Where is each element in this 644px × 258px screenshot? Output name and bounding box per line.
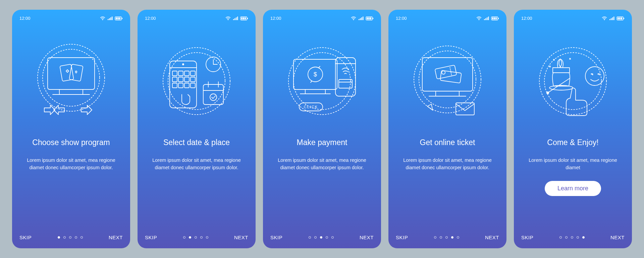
next-button[interactable]: NEXT (109, 235, 123, 240)
dot-5[interactable] (582, 236, 585, 239)
dot-2[interactable] (440, 236, 442, 239)
skip-button[interactable]: SKIP (145, 235, 157, 240)
svg-point-18 (228, 19, 228, 20)
page-dots (559, 236, 585, 239)
svg-rect-33 (172, 71, 177, 76)
dot-4[interactable] (75, 236, 77, 239)
svg-rect-54 (359, 19, 360, 20)
onboarding-screen-4: 12:00 Get online ticket Lorem ipsum dolo… (388, 10, 506, 248)
dot-4[interactable] (326, 236, 328, 239)
illustration-come-enjoy (521, 38, 625, 131)
svg-rect-40 (191, 77, 195, 82)
svg-rect-102 (613, 16, 614, 20)
svg-rect-107 (621, 17, 622, 19)
svg-rect-78 (484, 19, 485, 20)
footer-nav: SKIP NEXT (396, 235, 499, 240)
dot-3[interactable] (195, 236, 197, 239)
screen-title: Choose show program (19, 138, 123, 147)
svg-rect-55 (360, 18, 361, 20)
screen-body: Lorem ipsum dolor sit amet, mea regione … (521, 156, 625, 172)
skip-button[interactable]: SKIP (19, 235, 32, 240)
svg-point-52 (210, 94, 217, 101)
svg-point-77 (479, 19, 479, 20)
svg-rect-19 (233, 19, 234, 20)
screen-title: Come & Enjoy! (521, 138, 625, 147)
svg-rect-24 (247, 18, 248, 19)
status-icons (100, 16, 123, 20)
dot-2[interactable] (189, 236, 191, 239)
dot-3[interactable] (69, 236, 71, 239)
dot-1[interactable] (309, 236, 311, 239)
svg-rect-61 (368, 17, 370, 19)
screen-body: Lorem ipsum dolor sit amet, mea regione … (19, 156, 123, 172)
onboarding-screen-1: 12:00 Choose show program Lorem ipsum do… (12, 10, 130, 248)
illustration-make-payment: $ CLICK (270, 38, 374, 131)
skip-button[interactable]: SKIP (270, 235, 282, 240)
svg-point-98 (604, 19, 605, 20)
svg-text:$: $ (314, 71, 317, 78)
svg-rect-86 (495, 17, 497, 19)
screen-title: Get online ticket (396, 138, 499, 147)
dot-1[interactable] (58, 236, 60, 239)
dot-5[interactable] (331, 236, 334, 239)
svg-rect-60 (367, 17, 368, 19)
status-icons (476, 16, 499, 20)
status-bar: 12:00 (396, 16, 499, 21)
svg-rect-89 (422, 58, 473, 91)
skip-button[interactable]: SKIP (396, 235, 408, 240)
signal-icon (233, 16, 238, 20)
svg-rect-56 (361, 17, 362, 20)
next-button[interactable]: NEXT (360, 235, 374, 240)
svg-rect-12 (48, 58, 95, 89)
dot-5[interactable] (206, 236, 208, 239)
svg-rect-106 (619, 17, 621, 19)
wifi-icon (100, 16, 105, 20)
dot-2[interactable] (565, 236, 568, 239)
status-time: 12:00 (19, 16, 31, 21)
svg-point-0 (102, 19, 103, 20)
status-bar: 12:00 (145, 16, 248, 21)
dot-4[interactable] (200, 236, 203, 239)
dot-5[interactable] (457, 236, 459, 239)
dot-3[interactable] (571, 236, 573, 239)
battery-icon (616, 16, 625, 20)
next-button[interactable]: NEXT (485, 235, 499, 240)
dot-1[interactable] (559, 236, 562, 239)
dot-1[interactable] (434, 236, 436, 239)
svg-rect-26 (243, 17, 244, 19)
status-time: 12:00 (396, 16, 407, 21)
dot-4[interactable] (451, 236, 453, 239)
svg-rect-6 (122, 18, 122, 19)
status-icons (351, 16, 374, 20)
svg-rect-97 (456, 103, 474, 115)
dot-3[interactable] (445, 236, 448, 239)
learn-more-button[interactable]: Learn more (545, 181, 601, 196)
svg-rect-20 (234, 18, 235, 20)
dot-2[interactable] (314, 236, 317, 239)
svg-rect-25 (241, 17, 243, 19)
dot-4[interactable] (577, 236, 579, 239)
svg-rect-48 (203, 84, 223, 105)
svg-point-88 (419, 51, 476, 108)
svg-rect-84 (492, 17, 493, 19)
wifi-icon (602, 16, 607, 20)
dot-3[interactable] (320, 236, 322, 239)
svg-rect-57 (363, 16, 364, 20)
page-dots (434, 236, 459, 239)
dot-5[interactable] (80, 236, 83, 239)
svg-rect-99 (609, 19, 610, 20)
dot-2[interactable] (63, 236, 66, 239)
screen-title: Make payment (270, 138, 374, 147)
battery-icon (491, 16, 499, 20)
svg-rect-38 (178, 77, 183, 82)
next-button[interactable]: NEXT (234, 235, 248, 240)
svg-rect-8 (117, 17, 119, 19)
dot-1[interactable] (183, 236, 185, 239)
next-button[interactable]: NEXT (610, 235, 625, 240)
status-icons (602, 16, 625, 20)
skip-button[interactable]: SKIP (521, 235, 533, 240)
screen-body: Lorem ipsum dolor sit amet, mea regione … (270, 156, 374, 172)
footer-nav: SKIP NEXT (270, 235, 374, 240)
svg-rect-27 (245, 17, 246, 19)
wifi-icon (476, 16, 482, 20)
